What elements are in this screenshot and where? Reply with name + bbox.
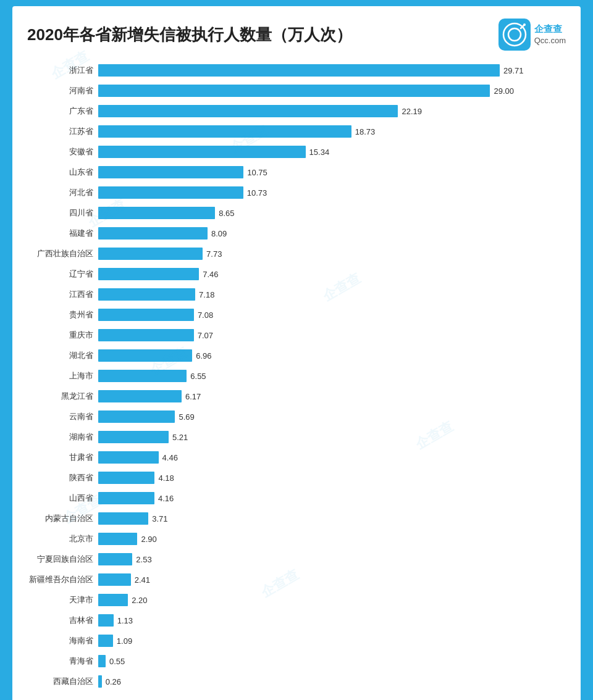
bar-value: 29.00 [494,86,514,96]
bar-row: 山西省4.16 [27,490,566,507]
bar-value: 7.07 [198,331,213,340]
bar-container: 8.09 [98,225,566,242]
bar-container: 6.55 [98,367,566,385]
bar [98,125,351,138]
logo-brand: 企查查 [534,22,566,35]
bar-label: 北京市 [27,533,98,544]
bar-container: 4.18 [98,469,566,486]
bar-label: 陕西省 [27,472,98,483]
bar-container: 15.34 [98,143,566,160]
qcc-logo-svg [502,22,527,47]
bar-row: 山东省10.75 [27,164,566,181]
bar [98,207,215,219]
bar-value: 7.18 [199,290,214,299]
bar [98,370,187,382]
bar [98,85,490,97]
bar-row: 海南省1.09 [27,632,566,649]
bar-row: 宁夏回族自治区2.53 [27,551,566,568]
bar-row: 江苏省18.73 [27,123,566,140]
bar-container: 7.73 [98,245,566,262]
bar-row: 甘肃省4.46 [27,449,566,466]
bar-label: 浙江省 [27,65,98,76]
bar-container: 7.18 [98,286,566,303]
bar-value: 10.75 [247,168,267,177]
bar-value: 2.53 [136,555,151,564]
bar-label: 广西壮族自治区 [27,248,98,259]
bar-container: 22.19 [98,102,566,120]
bar-label: 广东省 [27,106,98,117]
bar-row: 安徽省15.34 [27,143,566,160]
logo-text: 企查查 Qcc.com [534,22,566,46]
bar [98,492,154,504]
bar-label: 天津市 [27,594,98,606]
bar [98,451,159,464]
main-card: 企查查 企查查 企查查 企查查 企查查 企查查 企查查 企查查 2020年各省新… [12,6,581,700]
bar-row: 浙江省29.71 [27,62,566,79]
bar-value: 22.19 [402,107,422,116]
chart-title: 2020年各省新增失信被执行人数量（万人次） [27,24,352,46]
bar-label: 吉林省 [27,615,98,626]
bar-label: 湖南省 [27,431,98,443]
bar-container: 4.16 [98,490,566,507]
bar-label: 四川省 [27,207,98,219]
bar-value: 7.73 [206,249,222,259]
bar-value: 8.09 [211,229,227,238]
bar [98,635,113,647]
bar-label: 上海市 [27,370,98,381]
bar-container: 7.08 [98,306,566,323]
logo-site: Qcc.com [534,35,566,46]
bar [98,146,306,158]
bar-value: 6.55 [190,372,206,381]
bar-label: 宁夏回族自治区 [27,554,98,565]
bar-label: 河北省 [27,187,98,198]
bar-value: 5.21 [172,433,188,442]
bar-container: 3.71 [98,510,566,527]
bar [98,349,192,362]
bar [98,533,137,545]
bar-value: 10.73 [247,188,267,198]
bar-label: 江苏省 [27,126,98,137]
bar-container: 6.96 [98,347,566,364]
bar-value: 3.71 [152,514,167,523]
bar-row: 广西壮族自治区7.73 [27,245,566,262]
bar [98,472,154,484]
logo: 企查查 Qcc.com [498,19,566,51]
bar [98,268,199,280]
bar-value: 29.71 [503,66,524,75]
bar-container: 2.41 [98,571,566,588]
bar-value: 4.18 [158,473,174,483]
bar [98,573,131,586]
bar [98,288,195,301]
bar-row: 四川省8.65 [27,204,566,222]
bar-container: 2.20 [98,591,566,609]
bar-label: 安徽省 [27,146,98,157]
bar-label: 新疆维吾尔自治区 [27,574,98,585]
bar [98,64,500,77]
bar-container: 1.13 [98,612,566,629]
bar-row: 陕西省4.18 [27,469,566,486]
logo-icon [498,19,531,51]
bar-value: 0.26 [106,677,121,686]
bar [98,166,243,178]
bar [98,675,102,688]
bar-container: 29.00 [98,82,566,99]
bar-container: 0.55 [98,652,566,670]
bar-container: 4.46 [98,449,566,466]
bar [98,105,398,117]
bar-value: 5.69 [179,412,194,422]
bar [98,410,175,423]
bar-row: 内蒙古自治区3.71 [27,510,566,527]
bar-value: 7.46 [203,270,218,279]
bar-value: 1.13 [117,616,133,625]
bar-container: 7.46 [98,265,566,283]
bar-label: 青海省 [27,656,98,667]
bar [98,594,128,606]
bar-label: 海南省 [27,635,98,646]
bar-value: 2.20 [132,596,147,605]
bar-label: 内蒙古自治区 [27,513,98,524]
bar-row: 云南省5.69 [27,408,566,425]
bar [98,186,243,199]
bar-label: 山西省 [27,493,98,504]
bar-row: 青海省0.55 [27,652,566,670]
bar [98,227,208,240]
